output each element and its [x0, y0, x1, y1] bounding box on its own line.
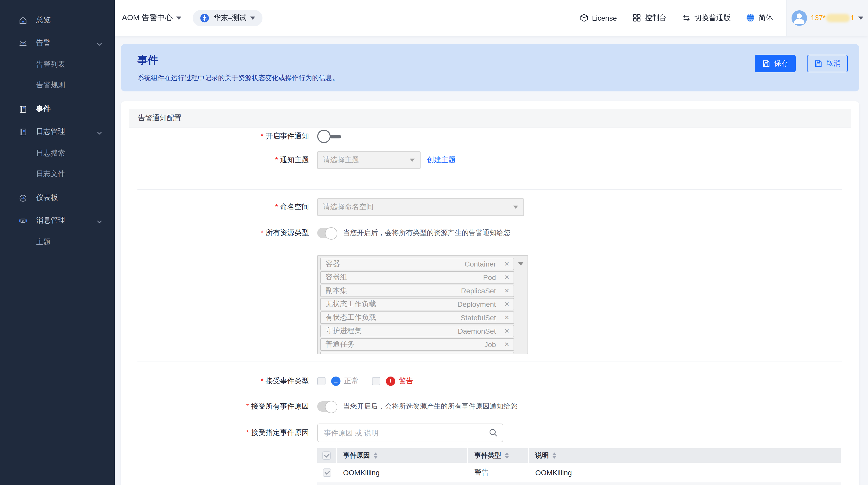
license-label: License — [592, 14, 617, 22]
language-button[interactable]: 简体 — [746, 13, 773, 23]
caret-down-icon — [250, 16, 255, 20]
license-box-icon — [580, 13, 588, 22]
table-row: OOMKilling 警告 OOMKilling — [317, 463, 841, 482]
all-resource-types-switch[interactable] — [317, 228, 337, 238]
remove-tag-icon[interactable]: ✕ — [504, 260, 509, 267]
reason-search — [317, 424, 503, 442]
resource-tag-en: DaemonSet — [458, 327, 496, 335]
create-topic-link[interactable]: 创建主题 — [427, 156, 456, 165]
divider — [137, 361, 842, 362]
normal-event-label: 正常 — [344, 377, 359, 386]
reason-search-input[interactable] — [317, 424, 503, 442]
resource-tag-cn: 定时任务 — [326, 353, 354, 354]
sidebar-item-topics[interactable]: 主题 — [0, 234, 115, 250]
log-book-icon — [19, 127, 27, 136]
sidebar-item-log-management[interactable]: 日志管理 — [0, 124, 115, 139]
field-label: *接受所有事件原因 — [121, 402, 309, 411]
cluster-name: 华东–测试 — [214, 13, 247, 23]
language-label: 简体 — [758, 13, 773, 23]
product-switcher[interactable]: AOM 告警中心 — [122, 13, 182, 23]
sort-icon[interactable] — [374, 452, 378, 459]
sidebar-item-events[interactable]: 事件 — [0, 101, 115, 117]
sidebar-item-label: 告警列表 — [36, 60, 65, 69]
resource-tag: 普通任务 Job ✕ — [320, 338, 514, 351]
user-menu[interactable]: 137*1 — [786, 0, 868, 36]
remove-tag-icon[interactable]: ✕ — [504, 274, 509, 281]
event-book-icon — [19, 105, 27, 114]
topic-select-placeholder: 请选择主题 — [323, 156, 359, 165]
column-title: 事件原因 — [343, 451, 370, 460]
header-utilities: License 控制台 切换普通版 简体 — [580, 0, 868, 36]
cancel-button[interactable]: 取消 — [807, 55, 848, 72]
select-all-checkbox[interactable] — [322, 451, 331, 460]
warning-event-label: 警告 — [399, 377, 413, 386]
field-label: *所有资源类型 — [121, 228, 309, 237]
remove-tag-icon[interactable]: ✕ — [504, 301, 509, 308]
sidebar-item-alarm-rules[interactable]: 告警规则 — [0, 77, 115, 93]
remove-tag-icon[interactable]: ✕ — [504, 314, 509, 321]
sidebar-item-alarm-list[interactable]: 告警列表 — [0, 57, 115, 72]
topic-select[interactable]: 请选择主题 — [317, 151, 421, 169]
normal-event-checkbox[interactable] — [317, 377, 326, 385]
license-button[interactable]: License — [580, 13, 617, 22]
kubernetes-icon — [200, 13, 210, 23]
row-desc-cell: OOMKilling — [529, 463, 841, 482]
resource-tag: 容器组 Pod ✕ — [320, 271, 514, 284]
required-asterisk: * — [275, 202, 278, 211]
sort-icon[interactable] — [552, 452, 556, 459]
sidebar-item-log-search[interactable]: 日志搜索 — [0, 146, 115, 161]
sidebar-item-message-management[interactable]: 消息管理 — [0, 213, 115, 228]
required-asterisk: * — [261, 377, 264, 385]
enable-notification-toggle[interactable] — [317, 130, 331, 143]
warning-event-checkbox[interactable] — [372, 377, 380, 385]
resource-tag-cn: 容器 — [326, 259, 340, 268]
console-grid-icon — [632, 13, 641, 22]
resource-tag-en: Deployment — [457, 300, 496, 309]
event-reason-table: 事件原因 事件类型 说明 OOMKi — [317, 448, 841, 485]
resource-tag-cn: 无状态工作负载 — [326, 299, 376, 309]
row-specified-reasons: *接受指定事件原因 — [121, 424, 849, 442]
remove-tag-icon[interactable]: ✕ — [504, 341, 509, 348]
resource-tag-en: Pod — [483, 273, 496, 282]
all-resource-help-text: 当您开启后，会将所有类型的资源产生的告警通知给您 — [343, 228, 510, 237]
search-icon[interactable] — [489, 428, 498, 438]
sidebar-item-label: 主题 — [36, 237, 51, 247]
caret-down-icon — [177, 16, 182, 20]
switch-edition-button[interactable]: 切换普通版 — [682, 13, 731, 23]
save-button-label: 保存 — [774, 59, 788, 68]
sidebar-item-dashboard[interactable]: 仪表板 — [0, 190, 115, 205]
swap-arrows-icon — [682, 13, 691, 22]
required-asterisk: * — [246, 402, 249, 410]
sidebar-item-log-files[interactable]: 日志文件 — [0, 166, 115, 182]
resource-tag-cn: 守护进程集 — [326, 326, 362, 336]
accept-all-reasons-switch[interactable] — [317, 401, 337, 412]
sidebar-item-overview[interactable]: 总览 — [0, 12, 115, 28]
sidebar-item-label: 消息管理 — [36, 216, 65, 225]
header-type-cell: 事件类型 — [468, 448, 529, 463]
sidebar-item-alarm[interactable]: 告警 — [0, 35, 115, 51]
save-button[interactable]: 保存 — [755, 55, 796, 72]
row-checkbox[interactable] — [323, 468, 331, 477]
row-namespace: *命名空间 请选择命名空间 — [121, 198, 849, 216]
header-desc-cell: 说明 — [529, 448, 841, 463]
field-label: *接受事件类型 — [121, 377, 309, 386]
sort-icon[interactable] — [505, 452, 509, 459]
remove-tag-icon[interactable]: ✕ — [504, 287, 509, 294]
row-checkbox-cell — [317, 463, 337, 482]
resource-type-multiselect[interactable]: 容器 Container ✕ 容器组 Pod ✕ 副本集 ReplicaSet … — [317, 255, 528, 354]
normal-event-icon: → — [331, 377, 340, 386]
page-subtitle: 系统组件在运行过程中记录的关于资源状态变化或操作行为的信息。 — [137, 73, 848, 83]
chevron-down-icon — [97, 40, 102, 46]
required-asterisk: * — [261, 228, 264, 236]
console-button[interactable]: 控制台 — [632, 13, 666, 23]
resource-tag-cn: 有状态工作负载 — [326, 313, 376, 322]
username-blur — [826, 14, 850, 22]
column-title: 事件类型 — [474, 451, 501, 460]
banner-actions: 保存 取消 — [755, 55, 848, 72]
namespace-select[interactable]: 请选择命名空间 — [317, 198, 524, 216]
cluster-selector[interactable]: 华东–测试 — [193, 9, 263, 26]
remove-tag-icon[interactable]: ✕ — [504, 327, 509, 335]
resource-tag: 容器 Container ✕ — [320, 258, 514, 270]
multiselect-caret-icon[interactable] — [518, 262, 523, 265]
sidebar-item-label: 告警 — [36, 38, 51, 47]
